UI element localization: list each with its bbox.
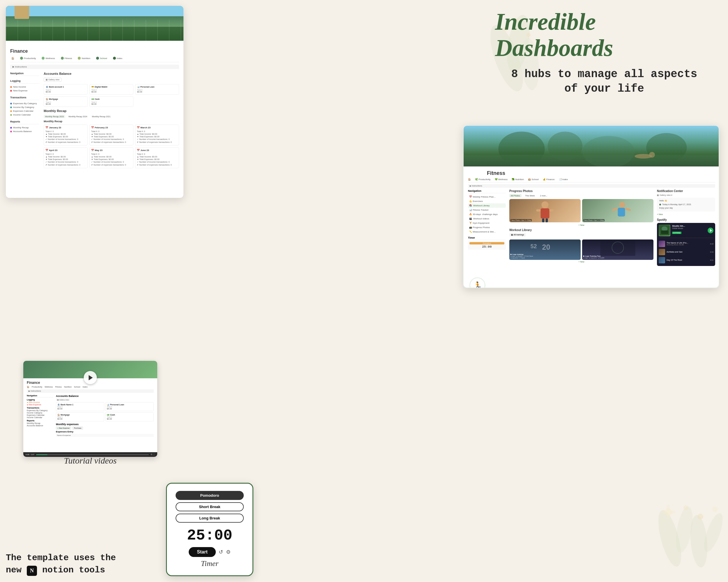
small-logging-heading: Logging	[27, 399, 53, 401]
svg-point-41	[661, 511, 667, 514]
svg-point-38	[667, 505, 670, 511]
timer-settings-icon[interactable]: ⚙	[226, 549, 231, 555]
svg-point-32	[688, 515, 709, 568]
small-expenses-cat: Expenses By Category	[27, 410, 53, 412]
accounts-balance-item: Accounts Balance	[10, 130, 39, 133]
monthly-recap-section-title: Monthly Recap	[44, 120, 179, 123]
pomodoro-button[interactable]: Pomodoro	[176, 491, 244, 500]
finance-small-screenshot: Finance 🏠 Productivity Wellness Fitness …	[23, 361, 157, 457]
notion-badge: N	[27, 566, 37, 576]
small-monthly-recap: Monthly Recap	[27, 422, 53, 424]
photo-1-label: New Photo • Apr 2 • 51kg	[511, 219, 532, 221]
notification-center: Notification Center ▦ Gallery view ▾ Hel…	[657, 189, 715, 215]
timer-section: Pomodoro Short Break Long Break 25:00 St…	[166, 483, 253, 576]
spotify-track-4: Day Of The River 3:11	[659, 256, 713, 264]
svg-text:52: 52	[530, 243, 537, 249]
svg-point-19	[619, 202, 625, 208]
timer-display: 25:00	[176, 527, 244, 544]
spotify-play-btn[interactable]	[708, 227, 713, 233]
monthly-recap-2023-tab[interactable]: Monthly Recap 2023	[44, 115, 65, 118]
short-break-button[interactable]: Short Break	[176, 502, 244, 511]
small-purchase-btn[interactable]: Purchase	[73, 426, 83, 429]
long-break-button[interactable]: Long Break	[176, 514, 244, 523]
small-new-expense-btn[interactable]: + New Expense	[56, 426, 71, 429]
month-feb: 📅 February 23 Total #: 0 ▲ Total Income:…	[89, 124, 133, 145]
nav-tab-fitness: Fitness	[60, 56, 73, 60]
instructions-bar: ▶ Instructions	[10, 64, 179, 69]
small-bank-card: 🏦 Bank Name 1 Total #: $0.00	[56, 402, 104, 411]
timer-start-button[interactable]: Start	[189, 547, 215, 557]
weekly-fitness-plan-item: 📅 Weekly Fitness Plan...	[468, 195, 506, 199]
reports-heading: Reports	[10, 120, 39, 124]
photo-card-2: New Photo • Apr 1 • 54kg	[582, 199, 653, 222]
timer-controls: Start ↺ ⚙	[176, 547, 244, 557]
month-jun: 📅 June 23 Total #: 0 ▲ Total Income: $0.…	[135, 147, 179, 168]
svg-rect-22	[625, 207, 631, 211]
monthly-recap-2024-tab[interactable]: Monthly Recap 2024	[67, 115, 88, 118]
finance-main-content: Accounts Balance ▦ Gallery view 🏦 Bank a…	[44, 72, 179, 168]
timer-reset-icon[interactable]: ↺	[219, 549, 223, 555]
timer-heading: Timer	[468, 236, 506, 240]
spotify-track-3: Ashitaka and San 3:10	[659, 248, 713, 256]
svg-rect-10	[464, 155, 719, 166]
personal-loan-card: 📊 Personal Loan Total #: $0.00	[135, 84, 179, 94]
account-cards-grid: 🏦 Bank account 1 Total #: $0.00 💳 Digita…	[44, 84, 179, 107]
mortgage-card: 🏠 Mortgage Total #: $0.00	[44, 96, 88, 107]
progress-photos-heading: Progress Photos	[509, 189, 653, 193]
small-personal-loan-card: 📊 Personal Loan Total #: $4.00	[105, 402, 154, 411]
finance-screenshot: Finance 🏠 Productivity Wellness Fitness …	[6, 6, 183, 198]
notification-gallery-btn[interactable]: ▦ Gallery view ▾	[657, 194, 715, 196]
small-income-cat: Income Category	[27, 412, 53, 414]
spotify-heading: Spotify	[657, 218, 715, 221]
small-instructions: ▶ Instructions	[27, 389, 154, 393]
small-monthly-expenses-heading: Monthly expenses	[56, 423, 154, 426]
add-workout-btn[interactable]: + New	[509, 261, 653, 263]
timer-label: Timer	[176, 559, 244, 568]
svg-point-31	[673, 505, 695, 554]
finance-sidebar: Navigation Logging New Income New Expens…	[10, 72, 39, 168]
logging-heading: Logging	[10, 79, 39, 84]
small-accounts-heading: Accounts Balance	[56, 395, 154, 397]
fitness-nav-tabs: 🏠 🌿 Productivity 💚 Wellness 🥦 Nutrition …	[468, 178, 715, 183]
video-controls: ⚙ ⬚	[151, 453, 155, 456]
expenses-calendar-item: Expenses Calendar	[10, 109, 39, 113]
income-calendar-item: Income Calendar	[10, 113, 39, 117]
track-2-time: 3:10	[710, 243, 713, 245]
progress-photos-item: 📸 Progress Photos	[468, 225, 506, 230]
svg-point-40	[667, 514, 670, 520]
workout-library-heading: Workout Library	[509, 228, 653, 232]
monthly-recap-2021-tab[interactable]: Monthly Recap 2021	[90, 115, 112, 118]
gallery-view-button[interactable]: ▦ Gallery view	[44, 78, 61, 82]
gym-equipment-item: 🏋️ Gym Equipment	[468, 221, 506, 225]
spotify-main-artist: Ghibli Music	[672, 227, 706, 229]
svg-rect-20	[618, 208, 625, 217]
spotify-main-title: Studio Gh...	[672, 225, 706, 227]
bank-account-1-card: 🏦 Bank account 1 Total #: $0.00	[44, 84, 88, 94]
income-by-category-item: Income By Category	[10, 105, 39, 109]
svg-text:20: 20	[542, 243, 550, 251]
new-income-item: New Income	[10, 85, 39, 89]
svg-point-39	[670, 511, 676, 514]
small-navigation-heading: Navigation	[27, 395, 53, 397]
small-new-expense: ● New Expense	[27, 404, 53, 406]
cash-card: 💵 Cash Total #: $0.00	[89, 96, 133, 107]
track-3-time: 3:10	[710, 251, 713, 253]
svg-rect-16	[549, 209, 554, 212]
add-notification-btn[interactable]: + New	[657, 213, 715, 215]
svg-rect-21	[612, 207, 618, 211]
svg-rect-18	[546, 219, 548, 222]
this-week-tab[interactable]: This Week	[524, 194, 537, 197]
monthly-grid: 📅 January 23 Total #: 0 ▲ Total Income: …	[44, 124, 179, 168]
all-trainings-btn[interactable]: ▦ All trainings	[509, 233, 526, 237]
2-months-tab[interactable]: 2 mon...	[539, 194, 549, 197]
timer-mini: Pomodoro 25:00	[468, 241, 506, 250]
video-play-button[interactable]	[84, 371, 97, 384]
add-photo-btn[interactable]: + New	[509, 224, 653, 226]
svg-point-37	[712, 507, 718, 512]
all-photos-tab[interactable]: All Photos	[509, 194, 522, 197]
svg-point-28	[661, 226, 668, 231]
fitness-title: Fitness	[487, 170, 505, 176]
fitness-nav-heading: Navigation	[468, 189, 506, 193]
month-apr: 📅 April 23 Total #: 0 ▲ Total Income: $0…	[44, 147, 88, 168]
svg-rect-14	[541, 209, 549, 219]
